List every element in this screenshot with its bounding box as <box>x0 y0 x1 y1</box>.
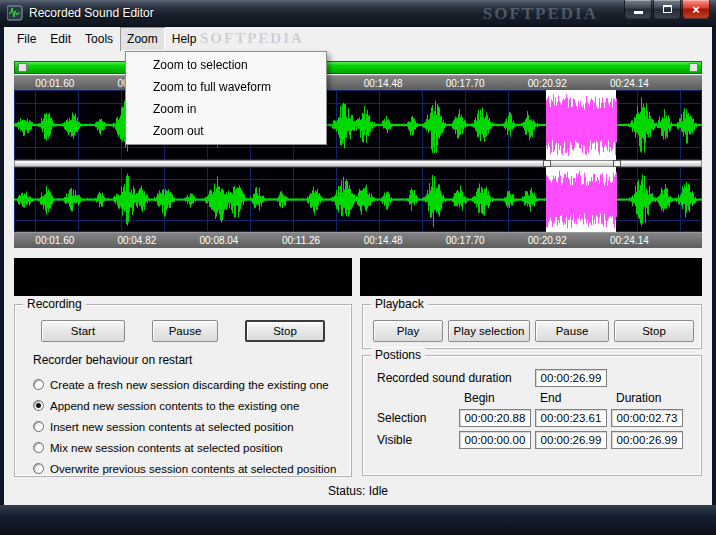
selection-end-field: 00:00:23.61 <box>535 409 607 427</box>
waveform-channel-2[interactable] <box>14 167 702 232</box>
behaviour-label: Recorder behaviour on restart <box>33 353 351 367</box>
visible-end-field: 00:00:26.99 <box>535 431 607 449</box>
duration-label: Recorded sound duration <box>377 371 531 385</box>
ruler-time-label: 00:14.48 <box>364 235 403 246</box>
status-text: Status: Idle <box>4 484 712 498</box>
ruler-time-label: 00:17.70 <box>446 235 485 246</box>
positions-group-title: Postions <box>371 348 425 363</box>
menu-item-zoom-in[interactable]: Zoom in <box>127 98 325 120</box>
scrollbar-left-grip[interactable] <box>18 63 27 72</box>
window-title: Recorded Sound Editor <box>29 0 154 27</box>
recording-option-label: Mix new session contents at selected pos… <box>50 442 283 454</box>
close-button[interactable]: × <box>682 0 710 19</box>
playback-stop-button[interactable]: Stop <box>614 320 694 342</box>
record-start-button[interactable]: Start <box>41 320 125 342</box>
maximize-button[interactable] <box>653 0 681 19</box>
ruler-time-label: 00:17.70 <box>446 78 485 89</box>
visible-row-label: Visible <box>377 433 455 447</box>
watermark-text: SOFTPEDIA <box>200 30 304 47</box>
maximize-icon <box>663 5 672 13</box>
header-begin: Begin <box>459 391 531 405</box>
radio-icon[interactable] <box>33 421 44 432</box>
playback-pause-button[interactable]: Pause <box>535 320 609 342</box>
recording-option-insert[interactable]: Insert new session contents at selected … <box>33 416 351 437</box>
client-area: File Edit Tools Zoom Help SOFTPEDIA 00:0… <box>4 27 712 505</box>
play-button[interactable]: Play <box>373 320 443 342</box>
selection-duration-field: 00:00:02.73 <box>611 409 683 427</box>
close-icon: × <box>692 1 700 18</box>
selection-row-label: Selection <box>377 411 455 425</box>
menu-bar: File Edit Tools Zoom Help SOFTPEDIA <box>4 27 712 51</box>
time-ruler-bottom: 00:01.6000:04.8200:08.0400:11.2600:14.48… <box>14 232 702 248</box>
time-ruler-top: 00:01.6000:04.8200:08.0400:11.2600:14.48… <box>14 75 702 90</box>
record-pause-button[interactable]: Pause <box>152 320 218 342</box>
radio-icon[interactable] <box>33 463 44 474</box>
ruler-time-label: 00:01.60 <box>35 78 74 89</box>
level-meter-left <box>14 258 352 296</box>
recording-option-overwrite[interactable]: Overwrite previous session contents at s… <box>33 458 351 479</box>
radio-icon[interactable] <box>33 379 44 390</box>
minimize-icon <box>634 11 643 14</box>
header-duration: Duration <box>611 391 683 405</box>
visible-begin-field: 00:00:00.00 <box>459 431 531 449</box>
recording-option-label: Insert new session contents at selected … <box>50 421 294 433</box>
watermark-text: SOFTPEDIA <box>483 4 598 24</box>
recording-option-label: Create a fresh new session discarding th… <box>50 379 329 391</box>
playback-group: Playback Play Play selection Pause Stop <box>362 304 702 349</box>
menu-tools[interactable]: Tools <box>78 27 120 51</box>
recording-option-label: Overwrite previous session contents at s… <box>50 463 336 475</box>
positions-group: Postions Recorded sound duration 00:00:2… <box>362 355 702 476</box>
visible-duration-field: 00:00:26.99 <box>611 431 683 449</box>
menu-edit[interactable]: Edit <box>43 27 78 51</box>
waveform-channel-1[interactable] <box>14 90 702 160</box>
recording-option-mix[interactable]: Mix new session contents at selected pos… <box>33 437 351 458</box>
play-selection-button[interactable]: Play selection <box>448 320 530 342</box>
ruler-time-label: 00:01.60 <box>35 235 74 246</box>
app-window: Recorded Sound Editor SOFTPEDIA × File E… <box>0 0 716 535</box>
minimize-button[interactable] <box>624 0 652 19</box>
selection-start-handle[interactable] <box>543 160 551 167</box>
channel-divider <box>14 160 702 167</box>
scrollbar-right-grip[interactable] <box>689 63 698 72</box>
menu-item-zoom-out[interactable]: Zoom out <box>127 120 325 142</box>
window-controls: × <box>623 0 710 19</box>
recording-group-title: Recording <box>23 297 86 312</box>
selection-end-handle[interactable] <box>613 160 621 167</box>
playback-group-title: Playback <box>371 297 428 312</box>
zoom-menu-dropdown: Zoom to selection Zoom to full waveform … <box>125 51 327 145</box>
menu-file[interactable]: File <box>10 27 43 51</box>
app-icon <box>7 5 23 21</box>
recording-group: Recording Start Pause Stop Recorder beha… <box>14 304 352 477</box>
menu-item-zoom-to-selection[interactable]: Zoom to selection <box>127 54 325 76</box>
window-frame-bottom <box>0 505 716 535</box>
ruler-time-label: 00:11.26 <box>282 235 320 246</box>
ruler-time-label: 00:24.14 <box>610 235 649 246</box>
waveform-scrollbar[interactable] <box>14 61 702 74</box>
ruler-time-label: 00:14.48 <box>364 78 403 89</box>
positions-table: Recorded sound duration 00:00:26.99 Begi… <box>377 369 693 449</box>
radio-icon[interactable] <box>33 400 44 411</box>
ruler-time-label: 00:24.14 <box>610 78 649 89</box>
title-bar[interactable]: Recorded Sound Editor SOFTPEDIA × <box>0 0 716 27</box>
header-end: End <box>535 391 607 405</box>
recorded-duration-field: 00:00:26.99 <box>535 369 607 387</box>
ruler-time-label: 00:08.04 <box>199 235 238 246</box>
recording-option-label: Append new session contents to the exist… <box>50 400 299 412</box>
recording-option-fresh[interactable]: Create a fresh new session discarding th… <box>33 374 351 395</box>
menu-zoom[interactable]: Zoom <box>120 27 165 51</box>
menu-help[interactable]: Help <box>165 27 204 51</box>
ruler-time-label: 00:20.92 <box>528 235 567 246</box>
level-meter-right <box>360 258 702 296</box>
record-stop-button[interactable]: Stop <box>245 320 325 342</box>
ruler-time-label: 00:20.92 <box>528 78 567 89</box>
radio-icon[interactable] <box>33 442 44 453</box>
menu-item-zoom-to-full-waveform[interactable]: Zoom to full waveform <box>127 76 325 98</box>
ruler-time-label: 00:04.82 <box>117 235 156 246</box>
selection-begin-field: 00:00:20.88 <box>459 409 531 427</box>
recording-option-append[interactable]: Append new session contents to the exist… <box>33 395 351 416</box>
